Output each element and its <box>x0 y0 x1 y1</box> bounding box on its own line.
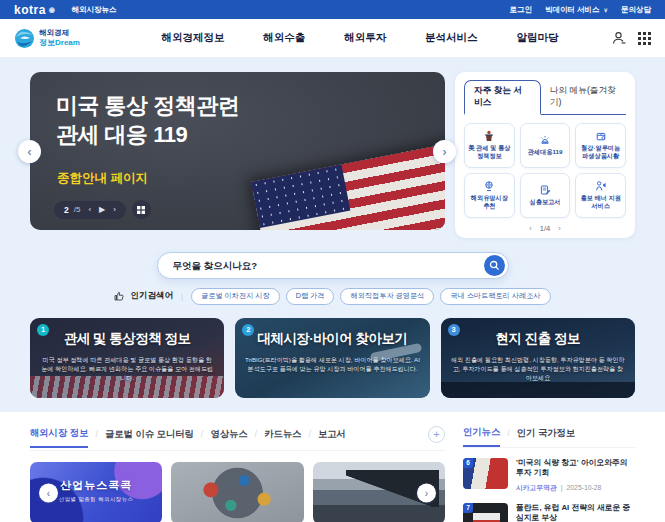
search-button[interactable] <box>484 255 505 276</box>
trade-office-label: 시카고무역관 <box>516 483 557 493</box>
bigdata-service-label: 빅데이터 서비스 <box>545 5 600 14</box>
login-link[interactable]: 로그인 <box>509 5 532 15</box>
news-carousel-next-button[interactable]: › <box>417 483 436 502</box>
tab-popular-country-info[interactable]: 인기 국가정보 <box>517 427 575 446</box>
quick-card-label: 美 관세 및 통상정책정보 <box>465 144 514 160</box>
quick-card-banner-support[interactable]: 홍보 배너 지원 서비스 <box>575 173 626 218</box>
promo-title: 대체시장·바이어 찾아보기 <box>235 330 429 348</box>
keyword-pill[interactable]: D램 가격 <box>286 288 335 305</box>
main-banner[interactable]: 미국 통상 정책관련 관세 대응 119 종합안내 페이지 2 /5 ‹ ▶ › <box>30 72 445 230</box>
tab-separator: / <box>308 429 311 439</box>
nav-item-export[interactable]: 해외수출 <box>263 31 305 45</box>
banner-pager: 2 /5 ‹ ▶ › <box>54 201 126 219</box>
hero-top: 미국 통상 정책관련 관세 대응 119 종합안내 페이지 2 /5 ‹ ▶ › <box>30 72 635 238</box>
user-icon[interactable] <box>612 31 626 45</box>
chevron-right-icon: › <box>425 487 428 498</box>
news-tabs: 해외시장 정보 / 글로벌 이슈 모니터링 / 영상뉴스 / 카드뉴스 / 보고… <box>30 426 445 451</box>
nav-item-analysis[interactable]: 분석서비스 <box>425 31 478 45</box>
tab-card-news[interactable]: 카드뉴스 <box>264 428 301 447</box>
tab-favorite-services[interactable]: 자주 찾는 서비스 <box>464 80 541 115</box>
tab-separator: / <box>201 429 204 439</box>
nav-item-investment[interactable]: 해외투자 <box>344 31 386 45</box>
tab-overseas-market-info[interactable]: 해외시장 정보 <box>30 427 88 448</box>
contact-link[interactable]: 문의상담 <box>621 5 651 15</box>
nav-item-overseas-economy[interactable]: 해외경제정보 <box>161 31 224 45</box>
promo-description: 미국 정부 정책에 따른 관세대응 및 글로벌 통상 환경 동향을 한눈에 확인… <box>40 355 215 383</box>
overseas-market-news-link[interactable]: 해외시장뉴스 <box>71 5 116 15</box>
banner-page-total: /5 <box>74 205 81 214</box>
site-logo-text: 해외경제 정보Dream <box>39 29 80 47</box>
banner-list-button[interactable] <box>132 200 151 219</box>
popular-news-item[interactable]: 7 폴란드, 유럽 AI 전략의 새로운 중심지로 부상 바르샤바무역관 | 2… <box>463 503 635 522</box>
popular-keywords-row: 인기검색어 | 글로벌 이차전지 시장 D램 가격 해외직접투자 경영분석 국내… <box>30 288 635 305</box>
kotra-logo[interactable]: kotra ◉ <box>14 3 55 17</box>
news-carousel-prev-button[interactable]: ‹ <box>39 483 58 502</box>
hero-section: 미국 통상 정책관련 관세 대응 119 종합안내 페이지 2 /5 ‹ ▶ › <box>0 57 665 412</box>
popular-news-item[interactable]: 6 '미국의 식량 창고' 아이오와주의 투자 기회 시카고무역관 | 2025… <box>463 458 635 493</box>
quick-card-label: 심층보고서 <box>527 198 564 206</box>
carousel-prev-button[interactable]: ‹ <box>18 140 41 163</box>
news-thumbnail: 6 <box>463 458 508 489</box>
promo-description: 해외 진출에 필요한 최신법령, 시장동향, 투자유망분야 등 확인하고, 투자… <box>450 355 625 383</box>
banner-title: 미국 통상 정책관련 관세 대응 119 <box>56 91 239 149</box>
tab-video-news[interactable]: 영상뉴스 <box>210 428 247 447</box>
thumbs-up-icon <box>114 291 124 301</box>
banner-title-line1: 미국 통상 정책관련 <box>56 91 239 120</box>
report-pencil-icon <box>539 184 551 196</box>
tab-separator: / <box>255 429 258 439</box>
rank-badge: 7 <box>463 503 473 513</box>
tab-popular-news[interactable]: 인기뉴스 <box>463 426 500 447</box>
package-icon <box>595 130 607 142</box>
kotra-dream-homepage: kotra ◉ 해외시장뉴스 로그인 빅데이터 서비스 ∨ 문의상담 해외경제 … <box>0 0 665 522</box>
popular-tabs: 인기뉴스 / 인기 국가정보 <box>463 426 635 448</box>
tab-global-issue-monitoring[interactable]: 글로벌 이슈 모니터링 <box>105 428 194 447</box>
search-icon <box>489 260 500 271</box>
quick-card-label: 해외유망시장 추천 <box>465 194 514 210</box>
keyword-pill[interactable]: 국내 스마트팩토리 사례조사 <box>440 288 550 305</box>
promo-card-alternative-markets[interactable]: 2 대체시장·바이어 찾아보기 TriBIG(트라이빅)을 활용해 새로운 시장… <box>235 318 429 398</box>
promo-card-tariff-policy[interactable]: 1 관세 및 통상정책 정보 미국 정부 정책에 따른 관세대응 및 글로벌 통… <box>30 318 224 398</box>
banner-play-icon[interactable]: ▶ <box>99 205 105 214</box>
nav-item-notice[interactable]: 알림마당 <box>517 31 559 45</box>
quick-panel-pager: ‹ 1/4 › <box>464 224 626 233</box>
overseas-news-panel: 해외시장 정보 / 글로벌 이슈 모니터링 / 영상뉴스 / 카드뉴스 / 보고… <box>30 426 445 522</box>
quick-card-steel-aluminum[interactable]: 철강·알루미늄 파생상품시황 <box>575 123 626 168</box>
logo-line2: 정보Dream <box>39 38 80 47</box>
banner-prev-icon[interactable]: ‹ <box>88 205 91 214</box>
quick-service-grid: 美 관세 및 통상정책정보 관세대응119 <box>464 123 626 218</box>
keyword-pill[interactable]: 해외직접투자 경영분석 <box>340 288 434 305</box>
quick-page-indicator: 1/4 <box>540 224 550 233</box>
tab-separator: / <box>95 429 98 439</box>
site-logo[interactable]: 해외경제 정보Dream <box>14 28 126 49</box>
quick-prev-icon[interactable]: ‹ <box>529 224 532 233</box>
us-flag-graphic <box>251 140 445 230</box>
promo-card-local-entry[interactable]: 3 현지 진출 정보 해외 진출에 필요한 최신법령, 시장동향, 투자유망분야… <box>441 318 635 398</box>
tab-report[interactable]: 보고서 <box>318 428 346 447</box>
siren-icon <box>539 134 551 146</box>
promo-description: TriBIG(트라이빅)을 활용해 새로운 시장, 바이어를 찾아보세요. AI… <box>245 355 420 374</box>
global-market-icon <box>483 180 495 192</box>
news-thumbnail: 7 <box>463 503 508 522</box>
keyword-pill[interactable]: 글로벌 이차전지 시장 <box>191 288 280 305</box>
news-item-title: 폴란드, 유럽 AI 전략의 새로운 중심지로 부상 <box>516 503 635 522</box>
nav-icons <box>612 31 651 45</box>
quick-card-indepth-report[interactable]: 심층보고서 <box>520 173 571 218</box>
bigdata-service-link[interactable]: 빅데이터 서비스 ∨ <box>545 5 608 15</box>
utility-links: 로그인 빅데이터 서비스 ∨ 문의상담 <box>509 5 651 15</box>
search-input[interactable] <box>173 260 484 271</box>
carousel-next-button[interactable]: › <box>433 140 456 163</box>
quick-card-promising-markets[interactable]: 해외유망시장 추천 <box>464 173 515 218</box>
news-item-date: 2025-10-28 <box>567 484 602 491</box>
news-card-collage-image[interactable] <box>171 462 303 522</box>
chevron-right-icon: › <box>443 145 447 159</box>
search-bar <box>157 252 509 279</box>
quick-card-us-tariff-policy[interactable]: 美 관세 및 통상정책정보 <box>464 123 515 168</box>
quick-next-icon[interactable]: › <box>558 224 561 233</box>
quick-card-tariff-119[interactable]: 관세대응119 <box>520 123 571 168</box>
more-button[interactable]: + <box>428 426 445 443</box>
tab-my-menu[interactable]: 나의 메뉴(즐겨찾기) <box>541 81 626 114</box>
banner-grid-icon <box>137 206 145 214</box>
tab-separator: / <box>507 428 510 438</box>
banner-next-icon[interactable]: › <box>113 205 116 214</box>
app-grid-icon[interactable] <box>638 32 651 45</box>
